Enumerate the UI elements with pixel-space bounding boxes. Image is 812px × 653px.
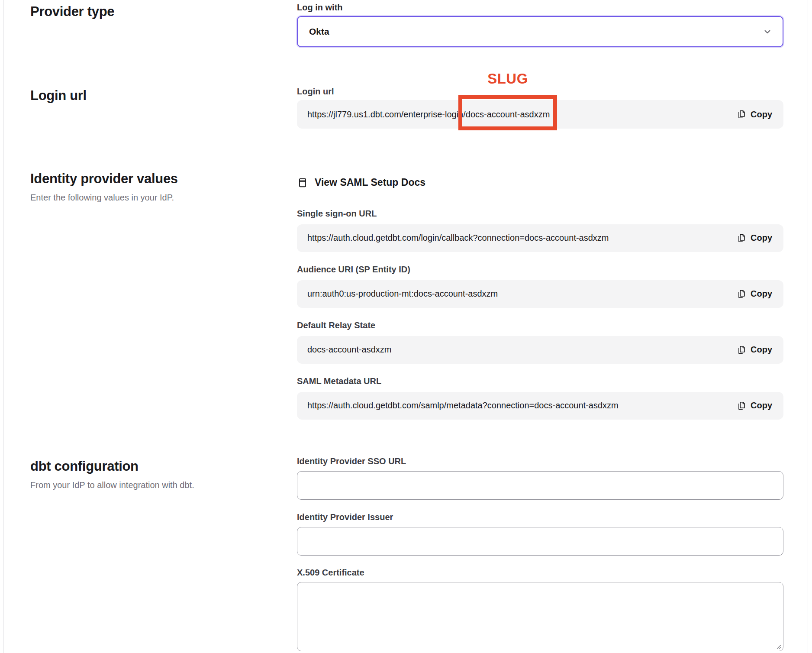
sso-settings-page: { "provider_type": { "heading": "Provide… — [0, 0, 812, 653]
view-saml-setup-docs-label: View SAML Setup Docs — [315, 177, 425, 188]
copy-label: Copy — [751, 345, 772, 355]
dbt-configuration-subheading: From your IdP to allow integration with … — [30, 479, 297, 491]
x509-certificate-field-wrap — [297, 582, 783, 651]
card-edge-left — [3, 0, 4, 653]
section-idp-values: Identity provider values Enter the follo… — [30, 170, 783, 420]
card-edge-right — [808, 0, 808, 653]
section-provider-type: Provider type Log in with Okta — [30, 0, 783, 47]
copy-label: Copy — [751, 110, 772, 120]
copy-label: Copy — [751, 233, 772, 243]
journal-docs-icon — [297, 177, 308, 188]
login-url-field-label: Login url — [297, 86, 783, 97]
copy-sso-url-button[interactable]: Copy — [737, 233, 772, 243]
copy-icon — [737, 401, 746, 411]
audience-uri-value: urn:auth0:us-production-mt:docs-account-… — [307, 289, 498, 299]
copy-label: Copy — [751, 289, 772, 299]
login-url-slug-text: docs-account-asdxzm — [466, 110, 550, 119]
login-url-prefix: https://jl779.us1.dbt.com/enterprise-log… — [307, 110, 466, 119]
saml-metadata-url-field: https://auth.cloud.getdbt.com/samlp/meta… — [297, 392, 783, 420]
login-url-slug: docs-account-asdxzmSLUG — [466, 110, 550, 120]
login-url-field: https://jl779.us1.dbt.com/enterprise-log… — [297, 100, 783, 129]
idp-sso-url-input[interactable] — [297, 471, 783, 500]
sso-url-value: https://auth.cloud.getdbt.com/login/call… — [307, 233, 609, 243]
audience-uri-field: urn:auth0:us-production-mt:docs-account-… — [297, 280, 783, 308]
copy-relay-state-button[interactable]: Copy — [737, 345, 772, 355]
x509-certificate-label: X.509 Certificate — [297, 567, 783, 578]
default-relay-state-label: Default Relay State — [297, 320, 783, 330]
copy-metadata-url-button[interactable]: Copy — [737, 401, 772, 411]
dbt-configuration-heading: dbt configuration — [30, 458, 297, 475]
login-with-selected-value: Okta — [309, 26, 329, 37]
idp-issuer-label: Identity Provider Issuer — [297, 512, 783, 522]
section-login-url: Login url Login url https://jl779.us1.db… — [30, 68, 783, 129]
login-with-select[interactable]: Okta — [297, 16, 783, 47]
saml-metadata-url-label: SAML Metadata URL — [297, 376, 783, 386]
idp-issuer-input[interactable] — [297, 527, 783, 556]
copy-label: Copy — [751, 401, 772, 411]
chevron-down-icon — [763, 27, 772, 36]
view-saml-setup-docs-link[interactable]: View SAML Setup Docs — [297, 177, 425, 188]
login-url-value: https://jl779.us1.dbt.com/enterprise-log… — [307, 110, 550, 120]
slug-annotation: SLUG — [487, 71, 528, 87]
default-relay-state-value: docs-account-asdxzm — [307, 345, 392, 355]
copy-icon — [737, 110, 746, 119]
login-url-heading: Login url — [30, 87, 297, 104]
idp-values-subheading: Enter the following values in your IdP. — [30, 192, 297, 203]
copy-icon — [737, 345, 746, 355]
audience-uri-label: Audience URI (SP Entity ID) — [297, 264, 783, 275]
section-dbt-configuration: dbt configuration From your IdP to allow… — [30, 452, 783, 651]
copy-icon — [737, 289, 746, 299]
sso-url-label: Single sign-on URL — [297, 208, 783, 219]
login-with-label: Log in with — [297, 2, 783, 13]
copy-login-url-button[interactable]: Copy — [737, 110, 772, 120]
x509-certificate-textarea[interactable] — [297, 582, 783, 651]
default-relay-state-field: docs-account-asdxzm Copy — [297, 336, 783, 364]
sso-url-field: https://auth.cloud.getdbt.com/login/call… — [297, 224, 783, 252]
copy-audience-uri-button[interactable]: Copy — [737, 289, 772, 299]
idp-sso-url-label: Identity Provider SSO URL — [297, 456, 783, 466]
idp-values-heading: Identity provider values — [30, 171, 297, 187]
copy-icon — [737, 233, 746, 243]
provider-type-heading: Provider type — [30, 3, 297, 20]
saml-metadata-url-value: https://auth.cloud.getdbt.com/samlp/meta… — [307, 401, 619, 411]
